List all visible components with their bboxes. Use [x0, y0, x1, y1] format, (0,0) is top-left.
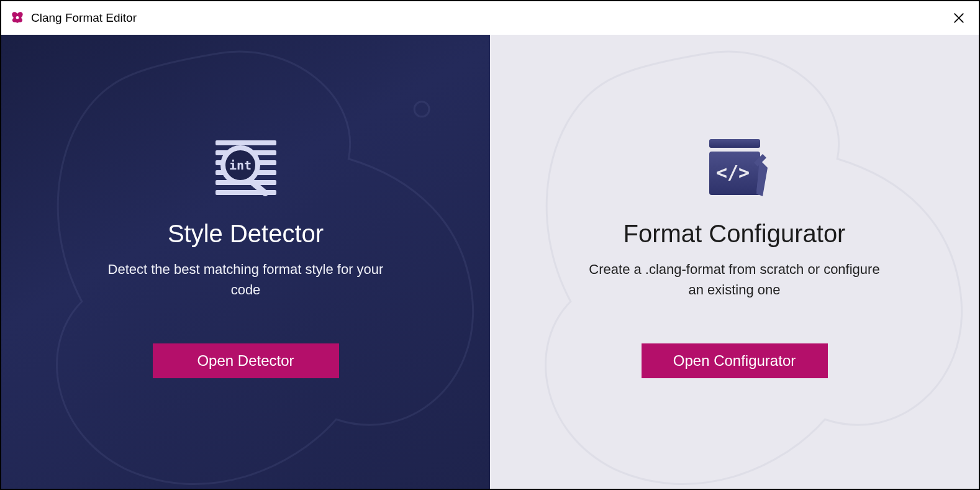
format-configurator-icon: </> [701, 134, 769, 202]
open-configurator-button[interactable]: Open Configurator [642, 343, 828, 378]
style-detector-heading: Style Detector [168, 220, 324, 248]
close-button[interactable] [950, 9, 968, 27]
format-configurator-heading: Format Configurator [624, 220, 846, 248]
svg-text:int: int [229, 158, 251, 173]
svg-rect-2 [216, 140, 276, 145]
main-content: int Style Detector Detect the best match… [1, 35, 979, 489]
format-configurator-panel: </> Format Configurator Create a .clang-… [490, 35, 979, 489]
svg-rect-11 [709, 139, 760, 148]
style-detector-panel: int Style Detector Detect the best match… [1, 35, 490, 489]
close-icon [952, 11, 966, 25]
svg-text:</>: </> [715, 161, 749, 183]
titlebar: Clang Format Editor [1, 1, 979, 35]
style-detector-description: Detect the best matching format style fo… [97, 259, 395, 300]
window-title: Clang Format Editor [31, 11, 137, 25]
open-detector-button[interactable]: Open Detector [153, 343, 339, 378]
style-detector-icon: int [212, 134, 280, 202]
format-configurator-description: Create a .clang-format from scratch or c… [586, 259, 884, 300]
app-logo-icon [10, 11, 25, 25]
